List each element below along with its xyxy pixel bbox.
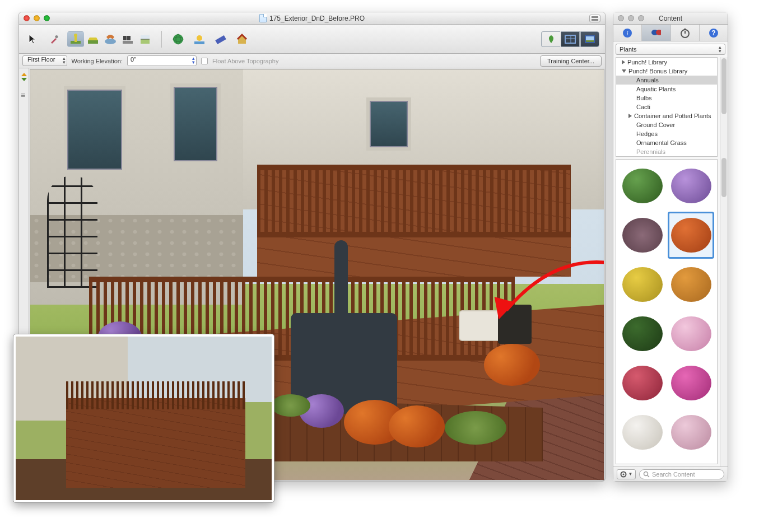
svg-text:i: i [627, 30, 628, 36]
tree-ground-cover[interactable]: Ground Cover [616, 120, 717, 129]
tree-hedges[interactable]: Hedges [616, 129, 717, 138]
svg-rect-11 [141, 39, 150, 44]
tree-cacti[interactable]: Cacti [616, 102, 717, 111]
main-toolbar [19, 25, 605, 54]
content-title: Content [613, 15, 728, 22]
plant-thumb-6[interactable] [668, 262, 714, 307]
plan-view-button[interactable] [561, 31, 580, 47]
plant-thumb-12[interactable] [668, 409, 714, 455]
content-footer: ▼ Search Content [613, 466, 728, 481]
svg-rect-2 [54, 35, 58, 39]
library-tab[interactable] [642, 25, 670, 41]
training-center-label: Training Center... [547, 58, 594, 64]
svg-point-7 [105, 39, 116, 44]
content-titlebar[interactable]: Content [613, 12, 728, 25]
svg-rect-32 [684, 29, 686, 30]
plant-thumb-9[interactable] [620, 360, 665, 406]
landscape-tool-4[interactable] [119, 31, 136, 47]
plant-thumb-7[interactable] [620, 311, 665, 357]
thumbs-scrollbar[interactable] [720, 157, 728, 466]
content-tabs: i ? [613, 25, 728, 41]
floor-selector-value: First Floor [27, 56, 55, 63]
tree-scrollbar[interactable] [720, 57, 728, 157]
landscape-tool-3[interactable] [102, 31, 119, 47]
plant-thumb-3[interactable] [620, 212, 665, 258]
window-title-text: 175_Exterior_DnD_Before.PRO [269, 15, 365, 22]
search-input[interactable]: Search Content [639, 469, 724, 479]
float-above-checkbox[interactable] [201, 58, 208, 64]
svg-rect-8 [123, 36, 127, 40]
svg-rect-6 [88, 40, 98, 44]
view-mode-group [541, 31, 599, 47]
landscape-tool-5[interactable] [137, 31, 153, 47]
float-above-label: Float Above Topography [212, 58, 278, 64]
working-elevation-label: Working Elevation: [72, 58, 123, 64]
gutter-down-icon [21, 78, 27, 81]
landscape-tool-2[interactable] [85, 31, 101, 47]
tree-punch-library[interactable]: Punch! Library [616, 58, 717, 67]
svg-line-38 [648, 475, 649, 477]
category-value: Plants [620, 46, 637, 53]
svg-point-14 [173, 34, 183, 44]
3d-view-button[interactable] [580, 31, 599, 47]
main-titlebar[interactable]: 175_Exterior_DnD_Before.PRO [19, 12, 605, 25]
landscape-tool-group [67, 31, 153, 47]
gear-menu-button[interactable]: ▼ [617, 469, 636, 479]
tree-annuals[interactable]: Annuals [616, 76, 717, 85]
eco-view-button[interactable] [541, 31, 560, 47]
plant-thumb-1[interactable] [620, 163, 665, 209]
svg-rect-25 [586, 40, 594, 42]
search-placeholder: Search Content [652, 471, 695, 478]
category-selector[interactable]: Plants ▴▾ [616, 44, 725, 55]
plant-thumb-11[interactable] [620, 409, 665, 455]
tree-bonus-library[interactable]: Punch! Bonus Library [616, 67, 717, 76]
svg-rect-9 [127, 36, 131, 40]
content-panel: Content i ? Plants ▴▾ Punch! Library Pun… [613, 12, 728, 482]
search-icon [643, 471, 650, 478]
svg-rect-10 [123, 41, 133, 44]
floor-selector[interactable]: First Floor ▴▾ [22, 55, 67, 66]
plant-thumb-5[interactable] [620, 262, 665, 307]
svg-rect-20 [565, 35, 575, 43]
sun-tool[interactable] [191, 31, 208, 47]
gutter-grip-icon: ≡ [21, 91, 26, 97]
svg-rect-18 [194, 41, 204, 44]
timer-tab[interactable] [671, 25, 700, 41]
tree-ornamental-grass[interactable]: Ornamental Grass [616, 138, 717, 147]
working-elevation-value: 0" [131, 56, 136, 63]
tree-aquatic[interactable]: Aquatic Plants [616, 85, 717, 94]
measure-tool[interactable] [212, 31, 229, 47]
library-tree[interactable]: Punch! Library Punch! Bonus Library Annu… [616, 57, 718, 157]
svg-point-17 [197, 35, 202, 41]
tree-perennials[interactable]: Perennials [616, 147, 717, 156]
svg-point-37 [644, 472, 648, 475]
options-toolbar: First Floor ▴▾ Working Elevation: 0" ▴▾ … [19, 54, 605, 68]
svg-rect-19 [215, 35, 226, 44]
content-title-text: Content [659, 15, 682, 22]
landscape-tool-1[interactable] [67, 31, 84, 47]
svg-point-5 [74, 34, 77, 37]
overview-window[interactable] [13, 334, 274, 503]
working-elevation-input[interactable]: 0" ▴▾ [127, 55, 197, 66]
tree-bulbs[interactable]: Bulbs [616, 94, 717, 102]
overview-render [16, 337, 272, 500]
training-center-button[interactable]: Training Center... [540, 55, 602, 67]
tree-container[interactable]: Container and Potted Plants [616, 111, 717, 120]
svg-point-36 [622, 473, 624, 475]
eyedropper-tool[interactable] [46, 31, 63, 47]
svg-rect-24 [586, 36, 594, 40]
gear-icon [620, 471, 627, 478]
plant-thumb-4-selected[interactable] [668, 212, 714, 258]
thumbnail-grid [616, 159, 718, 464]
info-tab[interactable]: i [613, 25, 642, 41]
plant-thumb-8[interactable] [668, 311, 714, 357]
help-tab[interactable]: ? [700, 25, 728, 41]
pointer-tool[interactable] [25, 31, 41, 47]
gutter-up-icon [21, 73, 27, 76]
globe-tool[interactable] [170, 31, 187, 47]
window-title: 175_Exterior_DnD_Before.PRO [19, 14, 605, 22]
house-tool[interactable] [234, 31, 250, 47]
svg-text:?: ? [711, 29, 715, 37]
plant-thumb-10[interactable] [668, 360, 714, 406]
plant-thumb-2[interactable] [668, 163, 714, 209]
